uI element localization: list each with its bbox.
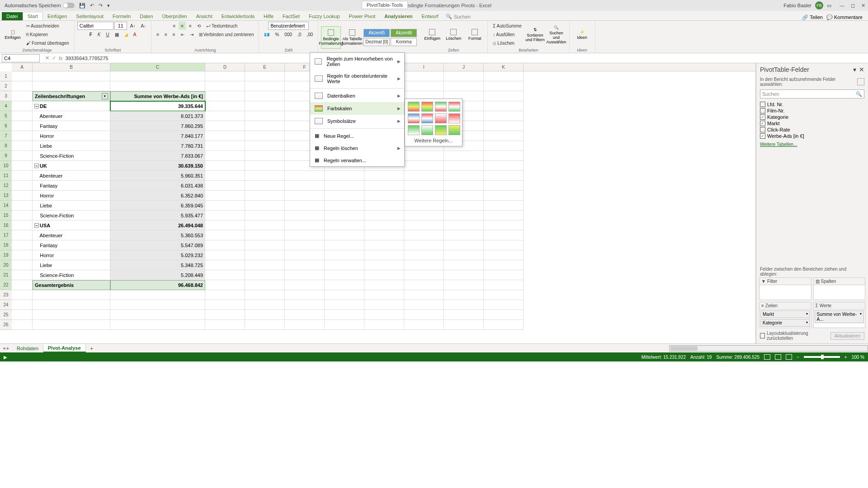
cell-F15[interactable] — [285, 211, 325, 221]
cell-J1[interactable] — [444, 71, 484, 81]
dec-decimal-icon[interactable]: ,00 — [304, 30, 315, 38]
insert-cells-button[interactable]: Einfügen — [422, 23, 442, 46]
colorscale-rw[interactable] — [448, 113, 460, 123]
cell-B14[interactable]: Liebe — [33, 201, 110, 211]
cell-G14[interactable] — [325, 201, 364, 211]
cell-K9[interactable] — [484, 151, 524, 161]
area-rows[interactable]: ≡Zeilen Markt▾ Kategorie▾ — [759, 302, 811, 328]
cell-F16[interactable] — [285, 221, 325, 230]
cf-clear-rules[interactable]: ▦Regeln löschen▶ — [310, 142, 404, 154]
cf-manage-rules[interactable]: ▦Regeln verwalten... — [310, 154, 404, 166]
collapse-icon[interactable]: − — [34, 223, 39, 228]
cell-D24[interactable] — [205, 300, 245, 310]
cell-C16[interactable]: 26.494.048 — [110, 221, 205, 230]
cell-C24[interactable] — [110, 300, 205, 310]
border-button[interactable]: ▦ — [113, 30, 121, 38]
cell-E22[interactable] — [245, 280, 285, 290]
cell-H26[interactable] — [364, 320, 404, 330]
cell-H18[interactable] — [364, 240, 404, 250]
conditional-formatting-button[interactable]: Bedingte Formatierung — [321, 26, 341, 49]
autosum-button[interactable]: Σ AutoSumme — [491, 22, 524, 30]
cell-K12[interactable] — [484, 181, 524, 191]
cell-B16[interactable]: −USA — [33, 221, 110, 230]
cell-A7[interactable] — [12, 131, 33, 141]
cell-G19[interactable] — [325, 250, 364, 260]
font-name-input[interactable] — [77, 22, 113, 30]
cell-G17[interactable] — [325, 230, 364, 240]
cell-B22[interactable]: Gesamtergebnis — [33, 280, 110, 290]
cell-J19[interactable] — [444, 250, 484, 260]
cell-F13[interactable] — [285, 191, 325, 201]
cell-C18[interactable]: 5.547.089 — [110, 240, 205, 250]
underline-button[interactable]: U — [104, 30, 111, 38]
cell-C20[interactable]: 5.348.725 — [110, 260, 205, 270]
cell-F18[interactable] — [285, 240, 325, 250]
cell-J21[interactable] — [444, 270, 484, 280]
cell-H13[interactable] — [364, 191, 404, 201]
cell-K14[interactable] — [484, 201, 524, 211]
cell-I12[interactable] — [404, 181, 444, 191]
cell-C9[interactable]: 7.833.067 — [110, 151, 205, 161]
cell-K6[interactable] — [484, 121, 524, 131]
cell-E19[interactable] — [245, 250, 285, 260]
defer-checkbox[interactable] — [760, 333, 765, 338]
cell-B25[interactable] — [33, 310, 110, 320]
delete-cells-button[interactable]: Löschen — [443, 23, 463, 46]
cell-E9[interactable] — [245, 151, 285, 161]
field-click-rate[interactable]: Click-Rate — [760, 127, 864, 133]
row-header-14[interactable]: 14 — [0, 201, 12, 211]
shrink-font-icon[interactable]: A↓ — [139, 22, 149, 30]
cell-A24[interactable] — [12, 300, 33, 310]
cell-C6[interactable]: 7.860.295 — [110, 121, 205, 131]
save-icon[interactable]: 💾 — [77, 2, 87, 9]
cell-I1[interactable] — [404, 71, 444, 81]
cell-C17[interactable]: 5.360.553 — [110, 230, 205, 240]
cell-B4[interactable]: −DE — [33, 101, 110, 111]
row-header-8[interactable]: 8 — [0, 141, 12, 151]
tab-analysieren[interactable]: Analysieren — [380, 12, 417, 20]
cell-K19[interactable] — [484, 250, 524, 260]
cell-F26[interactable] — [285, 320, 325, 330]
cell-C22[interactable]: 96.468.842 — [110, 280, 205, 290]
checkbox-icon[interactable] — [760, 121, 765, 126]
cell-G16[interactable] — [325, 221, 364, 230]
colorscale-gwr[interactable] — [435, 102, 447, 112]
cell-K25[interactable] — [484, 310, 524, 320]
cell-H11[interactable] — [364, 171, 404, 181]
cell-I14[interactable] — [404, 201, 444, 211]
cell-A12[interactable] — [12, 181, 33, 191]
cell-B18[interactable]: Fantasy — [33, 240, 110, 250]
cell-D15[interactable] — [205, 211, 245, 221]
tab-seitenlayout[interactable]: Seitenlayout — [71, 12, 108, 20]
cell-E14[interactable] — [245, 201, 285, 211]
cell-E24[interactable] — [245, 300, 285, 310]
row-header-24[interactable]: 24 — [0, 300, 12, 310]
user-avatar[interactable]: FB — [815, 1, 823, 9]
cell-A17[interactable] — [12, 230, 33, 240]
cell-E5[interactable] — [245, 111, 285, 121]
cell-K17[interactable] — [484, 230, 524, 240]
row-header-19[interactable]: 19 — [0, 250, 12, 260]
cell-B13[interactable]: Horror — [33, 191, 110, 201]
area-filter[interactable]: ▼Filter — [759, 277, 811, 300]
cell-C23[interactable] — [110, 290, 205, 300]
view-normal-icon[interactable] — [764, 354, 770, 360]
cell-B15[interactable]: Science-Fiction — [33, 211, 110, 221]
tab-entwurf[interactable]: Entwurf — [417, 12, 443, 20]
cell-C19[interactable]: 5.029.232 — [110, 250, 205, 260]
row-header-6[interactable]: 6 — [0, 121, 12, 131]
tab-factset[interactable]: FactSet — [278, 12, 304, 20]
cell-C21[interactable]: 5.208.449 — [110, 270, 205, 280]
field-film-nr-[interactable]: Film-Nr. — [760, 108, 864, 114]
checkbox-icon[interactable] — [760, 127, 765, 132]
cell-H23[interactable] — [364, 290, 404, 300]
cell-K2[interactable] — [484, 81, 524, 91]
cell-B2[interactable] — [33, 81, 110, 91]
share-button[interactable]: 🔗 Teilen — [802, 14, 823, 20]
cell-K13[interactable] — [484, 191, 524, 201]
qat-custom-icon[interactable]: ▾ — [105, 2, 112, 9]
cell-D3[interactable] — [205, 91, 245, 101]
cell-A21[interactable] — [12, 270, 33, 280]
row-header-2[interactable]: 2 — [0, 81, 12, 91]
cell-C1[interactable] — [110, 71, 205, 81]
